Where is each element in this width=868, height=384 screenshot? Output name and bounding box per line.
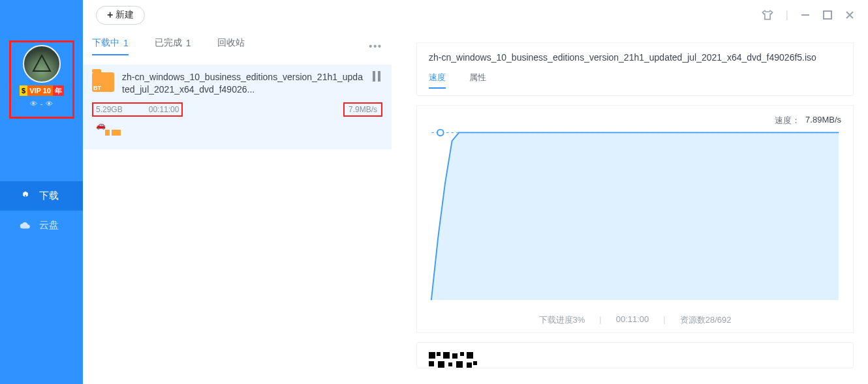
vip-seg-v: VIP 10 — [27, 85, 53, 96]
svg-marker-0 — [33, 55, 50, 71]
svg-rect-8 — [437, 352, 441, 356]
qr-icon — [429, 352, 478, 368]
svg-rect-13 — [429, 361, 434, 366]
vip-seg-s: $ — [20, 85, 27, 96]
tab-recycle[interactable]: 回收站 — [217, 37, 245, 55]
tab-label: 已完成 — [155, 37, 182, 49]
divider-icon: | — [786, 9, 788, 21]
sidebar-item-cloud[interactable]: 云盘 — [0, 211, 83, 240]
qr-card — [416, 342, 854, 368]
svg-rect-2 — [824, 11, 831, 19]
svg-rect-7 — [429, 352, 435, 359]
more-icon[interactable]: ••• — [369, 41, 382, 52]
main: + 新建 | — [83, 0, 868, 384]
task-size: 5.29GB — [96, 105, 123, 114]
speed-value: 7.89MB/s — [805, 115, 841, 126]
skin-icon[interactable] — [761, 8, 774, 22]
avatar-eyes: 👁 - 👁 — [30, 100, 54, 108]
bt-tag: BT — [93, 85, 101, 91]
svg-rect-9 — [443, 352, 450, 359]
svg-rect-4 — [378, 71, 380, 81]
sidebar-nav: 下载 云盘 — [0, 181, 83, 240]
foot-sources: 资源数28/692 — [680, 314, 732, 326]
detail-panel: zh-cn_windows_10_business_editions_versi… — [402, 31, 868, 384]
detail-subtabs: 速度 属性 — [429, 72, 841, 89]
piece-progress: 🚗 — [92, 126, 382, 141]
svg-rect-1 — [801, 14, 809, 16]
download-icon — [20, 190, 31, 202]
topbar: + 新建 | — [83, 0, 868, 31]
avatar-zone[interactable]: $ VIP 10 年 👁 - 👁 — [9, 40, 74, 119]
close-icon[interactable] — [845, 10, 855, 20]
speed-chart — [429, 128, 841, 310]
pause-button[interactable] — [371, 71, 382, 84]
maximize-icon[interactable] — [822, 10, 833, 20]
minimize-icon[interactable] — [800, 10, 811, 20]
cloud-icon — [20, 220, 31, 231]
svg-rect-3 — [373, 71, 375, 81]
tab-completed[interactable]: 已完成 1 — [155, 37, 191, 55]
svg-rect-14 — [438, 361, 444, 368]
progress-marker-icon: 🚗 — [96, 121, 106, 130]
avatar[interactable] — [23, 45, 61, 83]
sidebar-item-label: 云盘 — [39, 219, 59, 231]
detail-header: zh-cn_windows_10_business_editions_versi… — [416, 42, 854, 96]
sidebar-item-download[interactable]: 下载 — [0, 181, 83, 211]
new-button[interactable]: + 新建 — [96, 6, 145, 25]
task-speed: 7.9MB/s — [349, 105, 377, 114]
tab-label: 回收站 — [217, 37, 245, 49]
plus-icon: + — [107, 10, 113, 20]
foot-eta: 00:11:00 — [616, 314, 649, 326]
detail-filename: zh-cn_windows_10_business_editions_versi… — [429, 52, 841, 63]
svg-rect-10 — [452, 353, 457, 359]
list-tabs: 下载中 1 已完成 1 回收站 ••• — [83, 37, 392, 59]
subtab-speed[interactable]: 速度 — [429, 72, 446, 89]
tab-count: 1 — [123, 38, 129, 48]
window-controls: | — [761, 8, 855, 22]
svg-point-6 — [437, 130, 444, 136]
task-filename: zh-cn_windows_10_business_editions_versi… — [122, 71, 363, 96]
svg-rect-16 — [456, 361, 463, 368]
svg-rect-11 — [460, 352, 464, 356]
tab-count: 1 — [186, 38, 191, 48]
speed-label: 速度： — [775, 115, 800, 126]
svg-rect-17 — [467, 362, 472, 368]
highlight-size-eta: 5.29GB 00:11:00 — [92, 102, 183, 117]
download-list: 下载中 1 已完成 1 回收站 ••• BT — [83, 31, 392, 384]
highlight-speed: 7.9MB/s — [343, 102, 382, 117]
svg-rect-15 — [448, 362, 452, 366]
subtab-props[interactable]: 属性 — [469, 72, 486, 89]
speed-chart-card: 速度： 7.89MB/s 下载进度3% | 00:11:00 | 资源数28/6… — [416, 105, 854, 333]
svg-rect-18 — [473, 361, 477, 365]
vip-badge: $ VIP 10 年 — [20, 85, 64, 96]
new-button-label: 新建 — [116, 9, 134, 21]
foot-progress: 下载进度3% — [539, 314, 585, 326]
svg-rect-12 — [467, 352, 473, 359]
sidebar-item-label: 下载 — [39, 190, 59, 202]
tab-label: 下载中 — [92, 37, 119, 49]
vip-seg-y: 年 — [53, 85, 64, 96]
chart-footer: 下载进度3% | 00:11:00 | 资源数28/692 — [429, 314, 841, 326]
tab-downloading[interactable]: 下载中 1 — [92, 37, 129, 55]
task-card[interactable]: BT zh-cn_windows_10_business_editions_ve… — [83, 65, 392, 149]
task-eta: 00:11:00 — [149, 105, 179, 114]
folder-icon: BT — [92, 72, 114, 92]
sidebar: $ VIP 10 年 👁 - 👁 下载 云盘 — [0, 0, 83, 384]
